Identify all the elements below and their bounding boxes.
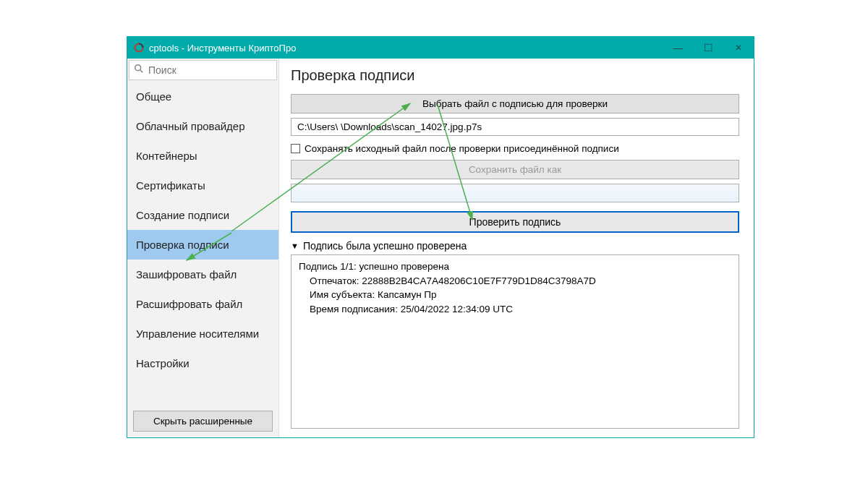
result-output: Подпись 1/1: успешно проверена Отпечаток… [291, 254, 739, 429]
sidebar-item-create-signature[interactable]: Создание подписи [127, 200, 278, 230]
verify-button[interactable]: Проверить подпись [291, 211, 739, 233]
status-summary-label: Подпись была успешно проверена [303, 240, 467, 252]
hide-advanced-button[interactable]: Скрыть расширенные [133, 411, 273, 432]
main-panel: Проверка подписи Выбрать файл с подписью… [279, 59, 754, 437]
sidebar-item-encrypt-file[interactable]: Зашифровать файл [127, 260, 278, 289]
status-summary-row[interactable]: ▼ Подпись была успешно проверена [291, 240, 739, 252]
search-box[interactable] [129, 60, 277, 80]
titlebar: cptools - Инструменты КриптоПро — ☐ ✕ [127, 37, 754, 59]
sidebar-item-cloud-provider[interactable]: Облачный провайдер [127, 111, 278, 141]
minimize-button[interactable]: — [663, 38, 693, 58]
svg-point-1 [135, 65, 141, 71]
sidebar: Общее Облачный провайдер Контейнеры Серт… [127, 59, 279, 437]
checkbox-icon[interactable] [291, 144, 300, 153]
sidebar-item-verify-signature[interactable]: Проверка подписи [127, 230, 278, 260]
page-title: Проверка подписи [291, 67, 739, 84]
file-path-field[interactable]: C:\Users\ \Downloads\scan_14027.jpg.p7s [291, 118, 739, 136]
search-input[interactable] [148, 64, 272, 76]
sidebar-item-settings[interactable]: Настройки [127, 348, 278, 378]
choose-file-button[interactable]: Выбрать файл с подписью для проверки [291, 94, 739, 114]
save-target-field [291, 184, 739, 202]
maximize-button[interactable]: ☐ [693, 38, 723, 58]
sidebar-item-certificates[interactable]: Сертификаты [127, 171, 278, 200]
sidebar-item-containers[interactable]: Контейнеры [127, 141, 278, 171]
app-icon [133, 42, 145, 53]
save-source-label: Сохранять исходный файл после проверки п… [305, 143, 619, 154]
save-as-button: Сохранить файл как [291, 160, 739, 179]
nav-list: Общее Облачный провайдер Контейнеры Серт… [127, 82, 278, 405]
chevron-down-icon: ▼ [291, 241, 299, 250]
window-title: cptools - Инструменты КриптоПро [149, 43, 663, 53]
sidebar-item-general[interactable]: Общее [127, 82, 278, 111]
save-source-checkbox-row[interactable]: Сохранять исходный файл после проверки п… [291, 143, 739, 154]
svg-line-2 [140, 70, 143, 73]
sidebar-item-decrypt-file[interactable]: Расшифровать файл [127, 289, 278, 319]
app-window: cptools - Инструменты КриптоПро — ☐ ✕ Об… [127, 36, 754, 438]
sidebar-item-manage-media[interactable]: Управление носителями [127, 319, 278, 348]
close-button[interactable]: ✕ [723, 38, 754, 58]
search-icon [134, 64, 144, 77]
